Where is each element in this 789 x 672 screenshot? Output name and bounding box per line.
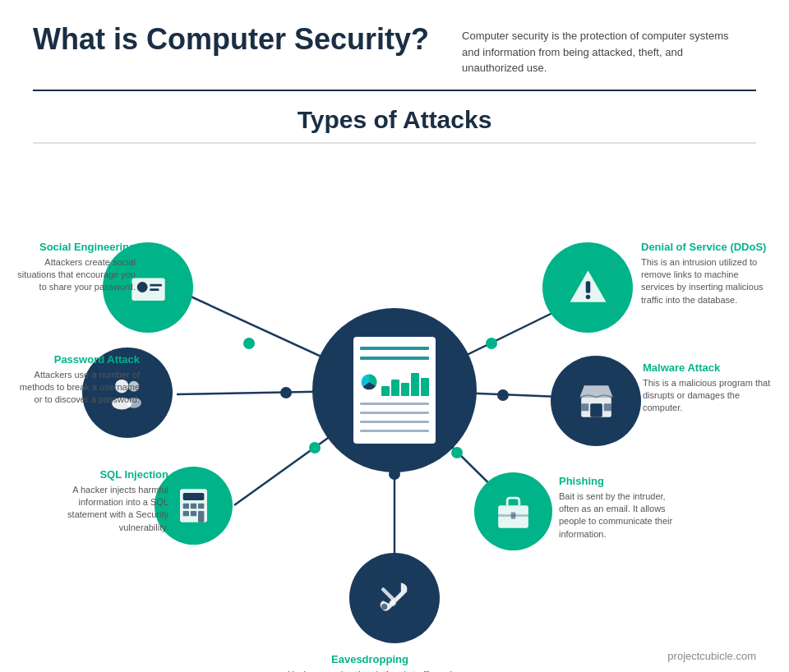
password-attack-desc: Attackers use a number of methods to bre… (16, 369, 140, 407)
document-icon (353, 337, 436, 444)
sql-injection-label: SQL Injection A hacker injects harmful i… (49, 468, 168, 535)
section-title: Types of Attacks (0, 106, 789, 134)
svg-point-21 (585, 295, 590, 300)
eavesdropping-desc: Hackers monitor the platform's traffic a… (288, 669, 452, 673)
phishing-title: Phishing (559, 475, 682, 487)
svg-rect-40 (511, 512, 516, 518)
store-icon (574, 378, 619, 423)
svg-rect-42 (381, 587, 395, 601)
svg-rect-29 (603, 403, 611, 411)
phishing-desc: Bait is sent by the intruder, often as a… (559, 490, 682, 541)
social-engineering-label: Social Engineering Attackers create soci… (16, 241, 136, 294)
header: What is Computer Security? Computer secu… (0, 0, 789, 90)
malware-desc: This is a malicious program that disrupt… (643, 377, 774, 415)
ddos-title: Denial of Service (DDoS) (641, 241, 773, 253)
briefcase-icon (491, 489, 536, 534)
svg-rect-18 (150, 288, 159, 291)
eavesdropping-title: Eavesdropping (288, 653, 452, 665)
svg-rect-32 (183, 503, 189, 508)
center-document-circle (312, 308, 477, 472)
ddos-label: Denial of Service (DDoS) This is an intr… (641, 241, 773, 307)
social-engineering-desc: Attackers create social situations that … (16, 256, 136, 294)
svg-rect-15 (132, 278, 164, 301)
diagram-area: Social Engineering Attackers create soci… (0, 152, 789, 628)
svg-point-16 (136, 282, 147, 292)
section-divider (33, 142, 756, 144)
svg-rect-28 (581, 403, 588, 411)
phishing-label: Phishing Bait is sent by the intruder, o… (559, 475, 682, 541)
svg-rect-20 (585, 281, 590, 293)
svg-point-8 (486, 338, 497, 349)
page-title: What is Computer Security? (33, 23, 429, 56)
svg-rect-36 (191, 510, 196, 515)
svg-point-10 (497, 389, 509, 401)
ddos-circle (542, 242, 633, 333)
footer-url: projectcubicle.com (667, 650, 756, 662)
eavesdropping-label: Eavesdropping Hackers monitor the platfo… (288, 653, 452, 673)
svg-rect-34 (198, 503, 204, 508)
password-attack-title: Password Attack (16, 353, 140, 366)
svg-point-9 (280, 387, 292, 398)
malware-title: Malware Attack (643, 361, 774, 374)
svg-rect-27 (590, 403, 602, 417)
malware-circle (551, 356, 641, 446)
svg-rect-37 (198, 510, 204, 522)
svg-rect-31 (183, 492, 205, 499)
header-divider (33, 90, 756, 91)
phishing-circle (474, 472, 552, 550)
sql-injection-desc: A hacker injects harmful information int… (49, 484, 168, 535)
password-attack-label: Password Attack Attackers use a number o… (16, 353, 140, 407)
eavesdropping-circle (349, 553, 440, 643)
warning-icon (565, 265, 611, 310)
malware-label: Malware Attack This is a malicious progr… (643, 361, 774, 415)
svg-point-11 (309, 442, 321, 453)
header-description: Computer security is the protection of c… (462, 23, 741, 76)
sql-injection-title: SQL Injection (49, 468, 168, 481)
svg-point-12 (451, 447, 463, 458)
svg-rect-33 (191, 503, 196, 508)
social-engineering-title: Social Engineering (16, 241, 136, 253)
tools-icon (372, 575, 418, 620)
svg-point-7 (243, 338, 255, 349)
ddos-desc: This is an intrusion utilized to remove … (641, 256, 773, 307)
svg-rect-35 (183, 510, 189, 515)
svg-point-41 (381, 604, 387, 610)
calculator-icon (171, 483, 216, 528)
svg-rect-17 (150, 284, 162, 287)
